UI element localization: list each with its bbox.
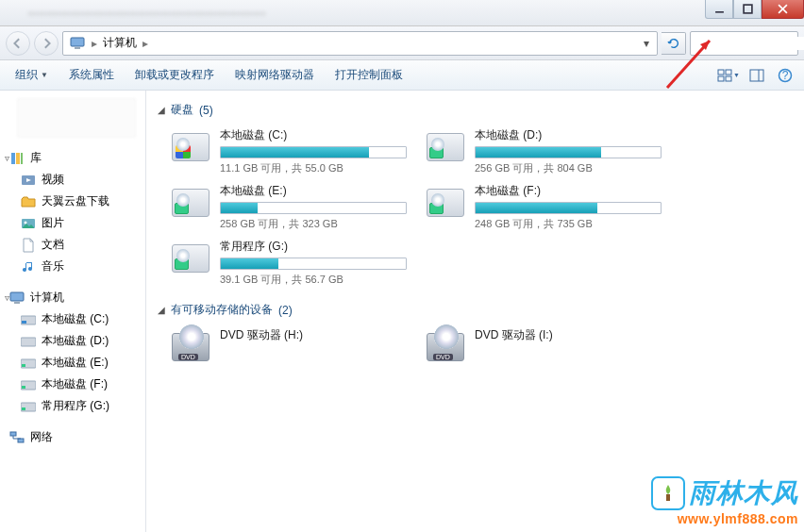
sidebar-item-videos[interactable]: 视频 [0,169,145,191]
group-header-removable[interactable]: ◢ 有可移动存储的设备 (2) [158,302,793,318]
sidebar-item-label: 本地磁盘 (E:) [42,355,109,371]
drive-item[interactable]: 本地磁盘 (C:) 11.1 GB 可用，共 55.0 GB [171,127,407,175]
forward-button[interactable] [34,31,59,56]
sidebar-item-documents[interactable]: 文档 [0,234,145,256]
drive-capacity-text: 258 GB 可用，共 323 GB [220,217,407,231]
navigation-tree: ▿ 库 视频 天翼云盘下载 图片 文档 音乐 ▿ 计算机 本地磁盘 (C:) 本… [0,91,146,532]
sidebar-item-label: 视频 [42,172,64,188]
drive-item[interactable]: 本地磁盘 (E:) 258 GB 可用，共 323 GB [171,183,407,231]
sidebar-item-drive-e[interactable]: 本地磁盘 (E:) [0,352,145,374]
sidebar-item-pictures[interactable]: 图片 [0,212,145,234]
hard-drive-icon [171,127,210,167]
close-button[interactable] [762,0,804,19]
organize-button[interactable]: 组织▼ [8,63,56,87]
sidebar-computer[interactable]: ▿ 计算机 [0,287,145,308]
view-options-button[interactable]: ▼ [717,64,740,87]
drive-name: 常用程序 (G:) [220,239,407,255]
refresh-button[interactable] [662,32,686,55]
svg-rect-25 [10,292,24,301]
drive-capacity-text: 256 GB 可用，共 804 GB [475,161,662,175]
search-box[interactable] [690,31,798,56]
dvd-drive-item[interactable]: DVD 驱动器 (I:) [426,327,662,367]
sidebar-item-label: 本地磁盘 (D:) [42,333,109,349]
capacity-bar [220,146,407,158]
group-count: (2) [278,304,293,317]
search-input[interactable] [695,37,804,50]
capacity-bar [475,146,662,158]
drive-grid: 本地磁盘 (C:) 11.1 GB 可用，共 55.0 GB 本地磁盘 (D:)… [171,127,793,287]
hard-drive-icon [171,239,210,278]
group-title: 硬盘 [171,102,193,118]
open-control-panel-button[interactable]: 打开控制面板 [327,63,410,87]
sidebar-item-drive-c[interactable]: 本地磁盘 (C:) [0,308,145,330]
window-titlebar: ••••••••••••••••••••••••••••••••••••••••… [0,0,804,26]
drive-item[interactable]: 本地磁盘 (D:) 256 GB 可用，共 804 GB [426,127,662,175]
back-button[interactable] [6,31,30,56]
drive-name: 本地磁盘 (E:) [220,183,407,199]
sidebar-item-label: 天翼云盘下载 [42,193,109,209]
breadcrumb-root[interactable]: 计算机 [99,35,141,51]
sidebar-item-cloud-download[interactable]: 天翼云盘下载 [0,191,145,212]
help-button[interactable]: ? [774,64,796,87]
music-icon [21,259,36,274]
sidebar-item-label: 常用程序 (G:) [42,398,109,414]
svg-rect-4 [71,38,84,46]
watermark-brand: 雨林木风 [689,475,798,511]
drive-capacity-text: 11.1 GB 可用，共 55.0 GB [220,161,407,175]
svg-rect-35 [22,407,25,410]
hard-drive-icon [426,127,465,167]
svg-text:?: ? [782,69,789,82]
sidebar-network[interactable]: 网络 [0,426,145,448]
sidebar-item-label: 音乐 [42,258,64,274]
sidebar-item-label: 网络 [30,429,53,445]
sidebar-item-label: 库 [30,150,42,166]
watermark-url: www.ylmf888.com [678,511,798,526]
drive-item[interactable]: 常用程序 (G:) 39.1 GB 可用，共 56.7 GB [171,239,407,287]
drive-capacity-text: 248 GB 可用，共 735 GB [475,217,662,231]
svg-rect-14 [750,70,763,81]
library-icon [9,151,25,166]
drive-icon [21,334,36,349]
window-buttons [705,0,804,25]
uninstall-programs-button[interactable]: 卸载或更改程序 [127,63,222,87]
expand-icon[interactable]: ▿ [2,153,11,163]
svg-rect-38 [666,494,670,501]
maximize-button[interactable] [733,0,762,19]
group-header-hdd[interactable]: ◢ 硬盘 (5) [158,102,793,118]
computer-icon [9,291,25,306]
history-dropdown[interactable]: ▾ [638,37,655,50]
sidebar-item-label: 文档 [42,237,64,253]
sidebar-item-drive-g[interactable]: 常用程序 (G:) [0,395,145,417]
hard-drive-icon [171,183,210,223]
drive-icon [21,312,36,327]
capacity-bar [220,202,407,214]
preview-pane-button[interactable] [745,64,768,87]
sidebar-libraries[interactable]: ▿ 库 [0,147,145,169]
drive-item[interactable]: 本地磁盘 (F:) 248 GB 可用，共 735 GB [426,183,662,231]
drive-name: 本地磁盘 (F:) [475,183,662,199]
svg-rect-10 [718,70,724,75]
expand-icon[interactable]: ▿ [2,292,11,303]
address-bar[interactable]: ▸ 计算机 ▸ ▾ [62,31,658,56]
dvd-drive-item[interactable]: DVD 驱动器 (H:) [171,327,407,367]
svg-rect-28 [22,321,26,324]
svg-rect-11 [726,70,731,75]
sidebar-item-label: 计算机 [30,290,64,306]
sidebar-item-music[interactable]: 音乐 [0,256,145,277]
picture-icon [21,216,36,231]
map-network-drive-button[interactable]: 映射网络驱动器 [227,63,322,87]
removable-grid: DVD 驱动器 (H:) DVD 驱动器 (I:) [171,327,793,367]
sidebar-item-drive-d[interactable]: 本地磁盘 (D:) [0,330,145,352]
network-icon [9,430,25,445]
drive-name: DVD 驱动器 (I:) [475,327,662,343]
collapse-icon: ◢ [158,105,165,115]
minimize-button[interactable] [705,0,733,19]
sidebar-item-drive-f[interactable]: 本地磁盘 (F:) [0,374,145,395]
title-text: ••••••••••••••••••••••••••••••••••••••••… [0,8,705,19]
svg-rect-18 [11,153,15,164]
watermark: 雨林木风 www.ylmf888.com [651,475,798,526]
sidebar-blurred-item [17,98,136,138]
system-properties-button[interactable]: 系统属性 [61,63,122,87]
sidebar-item-label: 本地磁盘 (C:) [42,311,109,327]
svg-rect-20 [21,153,23,164]
